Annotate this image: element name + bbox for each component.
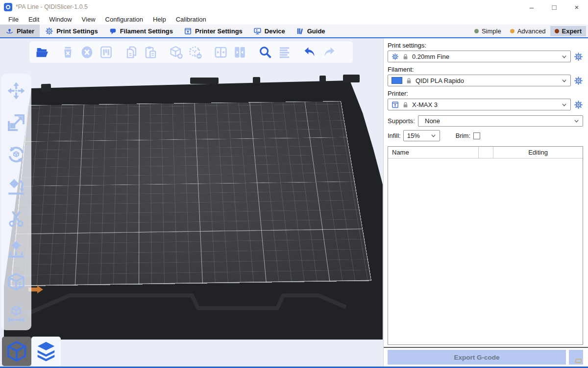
delete-icon[interactable] — [60, 44, 75, 60]
tab-label: Device — [265, 27, 285, 35]
tab-label: Printer Settings — [195, 27, 243, 35]
lock-icon — [402, 53, 409, 60]
rotate-icon[interactable] — [6, 144, 26, 165]
plater-toolbar — [29, 41, 353, 63]
printer-gear-button[interactable] — [573, 100, 583, 109]
menu-configuration[interactable]: Configuration — [101, 15, 147, 24]
menu-view[interactable]: View — [77, 15, 100, 24]
close-button[interactable]: × — [565, 0, 588, 14]
gear-icon — [574, 76, 583, 85]
printer-value: X-MAX 3 — [412, 101, 558, 108]
tab-print-settings[interactable]: Print Settings — [40, 25, 103, 37]
menu-bar: File Edit Window View Configuration Help… — [0, 14, 588, 25]
printer-label: Printer: — [388, 90, 583, 97]
viewport-3d[interactable] — [0, 38, 383, 367]
gear-icon — [574, 100, 583, 109]
column-name[interactable]: Name — [388, 147, 479, 158]
printer-icon — [184, 27, 192, 35]
menu-calibration[interactable]: Calibration — [172, 15, 211, 24]
mode-advanced[interactable]: Advanced — [506, 26, 550, 36]
print-settings-combo[interactable]: 0.20mm Fine — [388, 51, 571, 62]
mode-label: Expert — [562, 27, 582, 35]
mode-label: Advanced — [517, 27, 546, 35]
settings-panel: Print settings: 0.20mm Fine Filament: QI… — [383, 38, 588, 367]
print-settings-gear-button[interactable] — [573, 52, 583, 61]
paint-supports-icon[interactable] — [6, 240, 26, 261]
variable-layer-height-icon[interactable] — [276, 44, 292, 60]
workspace: Print settings: 0.20mm Fine Filament: QI… — [0, 38, 588, 367]
arrange-icon[interactable] — [98, 44, 114, 60]
filament-gear-button[interactable] — [573, 76, 583, 85]
gizmo-toolbar — [1, 74, 31, 330]
editor-3d-button[interactable] — [2, 337, 31, 366]
tab-label: Plater — [17, 27, 34, 35]
column-extruder[interactable] — [479, 147, 493, 158]
print-settings-value: 0.20mm Fine — [412, 53, 558, 60]
device-icon — [253, 27, 262, 35]
cut-icon[interactable] — [6, 208, 26, 229]
scale-icon[interactable] — [6, 112, 26, 133]
remove-instance-icon[interactable] — [187, 44, 203, 60]
add-instance-icon[interactable] — [168, 44, 184, 60]
lock-icon — [406, 78, 412, 84]
supports-value: None — [425, 117, 570, 125]
maximize-button[interactable]: □ — [543, 0, 565, 14]
search-icon[interactable] — [257, 44, 273, 60]
actions-row: Export G-code — [388, 350, 583, 365]
undo-icon[interactable] — [302, 44, 318, 60]
supports-combo[interactable]: None — [418, 115, 583, 127]
column-editing[interactable]: Editing — [493, 149, 583, 156]
paste-icon[interactable] — [143, 44, 158, 60]
tab-plater[interactable]: Plater — [0, 25, 40, 37]
redo-icon[interactable] — [321, 44, 337, 60]
tab-filament-settings[interactable]: Filament Settings — [103, 25, 178, 37]
object-list[interactable]: Name Editing — [388, 146, 583, 345]
tab-label: Filament Settings — [120, 27, 173, 35]
panel-resize-divider[interactable] — [384, 347, 588, 348]
place-on-face-icon[interactable] — [6, 176, 26, 197]
print-settings-label: Print settings: — [388, 42, 583, 49]
expert-dot-icon — [555, 29, 559, 33]
mode-simple[interactable]: Simple — [470, 26, 506, 36]
minimize-button[interactable]: – — [520, 0, 543, 14]
filament-value: QIDI PLA Rapido — [416, 77, 558, 84]
gear-icon — [392, 53, 399, 60]
infill-combo[interactable]: 15% — [403, 130, 440, 141]
filament-icon — [109, 27, 117, 35]
infill-label: Infill: — [388, 132, 401, 139]
mode-expert[interactable]: Expert — [550, 26, 586, 36]
delete-all-icon[interactable] — [79, 44, 95, 60]
filament-combo[interactable]: QIDI PLA Rapido — [388, 75, 571, 86]
mode-label: Simple — [482, 27, 501, 35]
plater-icon — [5, 27, 14, 35]
open-icon[interactable] — [34, 44, 50, 60]
tab-printer-settings[interactable]: Printer Settings — [178, 25, 248, 37]
printer-icon — [392, 101, 399, 108]
printer-combo[interactable]: X-MAX 3 — [388, 99, 571, 110]
export-to-sd-button[interactable] — [569, 350, 583, 365]
split-parts-icon[interactable] — [232, 44, 247, 60]
brim-checkbox[interactable] — [473, 132, 480, 139]
tab-device[interactable]: Device — [248, 25, 291, 37]
menu-edit[interactable]: Edit — [24, 15, 44, 24]
tab-guide[interactable]: Guide — [291, 25, 331, 37]
export-gcode-button[interactable]: Export G-code — [388, 350, 566, 365]
measure-icon[interactable] — [6, 304, 26, 324]
menu-file[interactable]: File — [4, 15, 23, 24]
object-list-header: Name Editing — [388, 147, 583, 158]
tab-bar: Plater Print Settings Filament Settings … — [0, 25, 588, 38]
simple-dot-icon — [474, 29, 479, 33]
infill-value: 15% — [407, 132, 427, 139]
menu-window[interactable]: Window — [45, 15, 76, 24]
window-title: *PA Line - QIDISlicer-1.0.5 — [16, 3, 88, 10]
preview-button[interactable] — [31, 337, 61, 366]
brim-label: Brim: — [456, 132, 470, 139]
seam-icon[interactable] — [6, 272, 26, 292]
gear-icon — [574, 52, 583, 61]
move-icon[interactable] — [6, 80, 26, 101]
title-bar: *PA Line - QIDISlicer-1.0.5 – □ × — [0, 0, 588, 14]
copy-icon[interactable] — [123, 44, 139, 60]
menu-help[interactable]: Help — [148, 15, 171, 24]
split-objects-icon[interactable] — [213, 44, 228, 60]
chevron-down-icon — [574, 118, 579, 124]
